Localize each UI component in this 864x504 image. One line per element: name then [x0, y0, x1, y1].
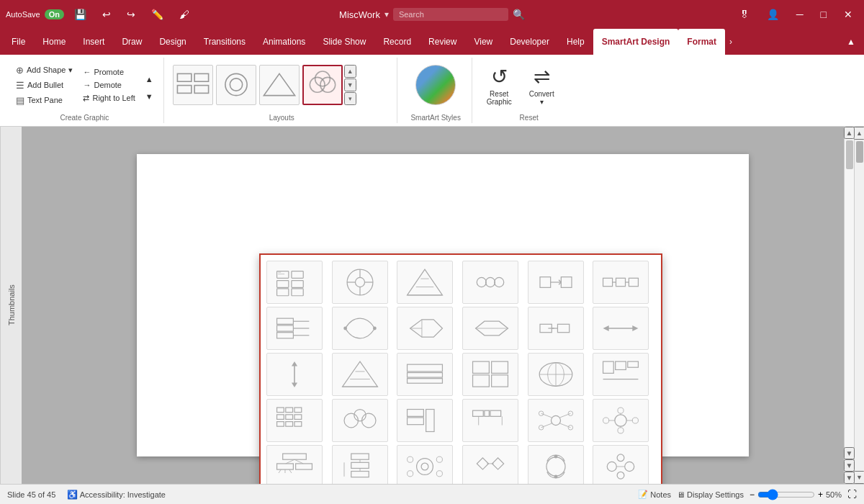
maximize-button[interactable]: □	[815, 6, 832, 23]
sa-item-12[interactable]	[593, 307, 649, 350]
search-input[interactable]	[393, 8, 508, 21]
sa-item-7[interactable]	[266, 307, 323, 350]
slide-scroll-down[interactable]: ▼	[844, 447, 855, 459]
menu-design[interactable]: Design	[150, 29, 194, 55]
sa-item-6[interactable]	[593, 261, 649, 304]
fit-slide-button[interactable]: ⛶	[847, 489, 857, 500]
undo-button[interactable]: ↩	[96, 6, 117, 23]
convert-dropdown-icon[interactable]: ▾	[540, 98, 544, 106]
display-settings-button[interactable]: 🖥 Display Settings	[677, 490, 744, 499]
sa-item-2[interactable]	[332, 261, 388, 304]
menu-record[interactable]: Record	[374, 29, 420, 55]
format-painter-button[interactable]: 🖌	[174, 6, 195, 23]
smartart-thumb-1[interactable]	[173, 65, 213, 105]
gallery-expand[interactable]: ▾	[344, 92, 356, 105]
sa-item-21[interactable]	[397, 399, 453, 442]
notes-button[interactable]: 📝 Notes	[638, 490, 671, 499]
menu-file[interactable]: File	[3, 29, 34, 55]
text-pane-button[interactable]: ▤ Text Pane	[12, 94, 77, 107]
slide-scroll-down2[interactable]: ▼	[844, 459, 855, 472]
svg-rect-97	[426, 410, 434, 432]
save-button[interactable]: 💾	[68, 6, 92, 23]
ribbon-toggle-button[interactable]: 🎖	[734, 6, 755, 23]
scroll-thumb[interactable]	[856, 141, 863, 163]
menu-developer[interactable]: Developer	[501, 29, 558, 55]
menu-smartart-design[interactable]: SmartArt Design	[593, 29, 679, 55]
zoom-out-button[interactable]: −	[750, 490, 755, 500]
sa-item-20[interactable]	[332, 399, 388, 442]
dropdown-arrow-icon[interactable]: ▾	[384, 9, 389, 19]
sa-item-26[interactable]	[332, 445, 388, 484]
sa-item-16[interactable]	[462, 353, 518, 396]
sa-item-28[interactable]	[462, 445, 518, 484]
sa-item-1[interactable]	[266, 261, 323, 304]
gallery-scroll-down[interactable]: ▼	[344, 78, 356, 91]
sa-item-22[interactable]	[462, 399, 518, 442]
sa-item-11[interactable]	[528, 307, 584, 350]
sa-item-25[interactable]	[266, 445, 323, 484]
profile-button[interactable]: 👤	[761, 6, 785, 23]
reset-graphic-button[interactable]: ↺ Reset Graphic	[481, 62, 518, 109]
add-shape-dropdown-icon[interactable]: ▾	[68, 66, 73, 75]
menu-view[interactable]: View	[465, 29, 501, 55]
redo-button[interactable]: ↪	[121, 6, 141, 23]
gallery-scroll-up[interactable]: ▲	[344, 65, 356, 78]
add-bullet-button[interactable]: ☰ Add Bullet	[12, 78, 77, 92]
sa-item-27[interactable]	[397, 445, 453, 484]
smartart-thumb-active[interactable]	[302, 65, 343, 105]
slide-scroll-thumb[interactable]	[846, 140, 853, 169]
sa-item-18[interactable]	[593, 353, 649, 396]
smartart-style-colorful[interactable]	[415, 65, 456, 105]
collapse-ribbon-button[interactable]: ▲	[841, 34, 861, 50]
sa-item-3[interactable]	[397, 261, 453, 304]
sa-item-9[interactable]	[397, 307, 453, 350]
reset-graphic-icon: ↺	[491, 65, 508, 89]
zoom-in-button[interactable]: +	[818, 490, 823, 500]
menu-home[interactable]: Home	[34, 29, 74, 55]
minimize-button[interactable]: ─	[791, 6, 809, 23]
svg-line-126	[279, 469, 281, 473]
menu-more-icon[interactable]: ›	[725, 29, 737, 55]
sa-item-15[interactable]	[397, 353, 453, 396]
thumbnails-panel[interactable]: Thumbnails	[0, 127, 22, 484]
convert-button[interactable]: ⇌ Convert ▾	[523, 62, 560, 109]
menu-help[interactable]: Help	[558, 29, 593, 55]
sa-item-23[interactable]	[528, 399, 584, 442]
sa-item-17[interactable]	[528, 353, 584, 396]
sa-item-10[interactable]	[462, 307, 518, 350]
move-up-button[interactable]: ▲	[141, 73, 158, 85]
svg-point-146	[554, 474, 557, 478]
menu-format[interactable]: Format	[678, 29, 725, 55]
zoom-slider[interactable]	[757, 489, 815, 500]
sa-item-30[interactable]	[593, 445, 649, 484]
demote-button[interactable]: → Demote	[78, 79, 139, 91]
add-shape-button[interactable]: ⊕ Add Shape ▾	[12, 63, 77, 77]
smartart-thumb-3[interactable]	[259, 65, 300, 105]
menu-insert[interactable]: Insert	[74, 29, 113, 55]
slide-scroll-down3[interactable]: ▼	[844, 472, 855, 484]
autosave-toggle[interactable]: On	[45, 9, 64, 19]
sa-item-29[interactable]	[528, 445, 584, 484]
svg-point-116	[618, 428, 624, 433]
sa-item-13[interactable]	[266, 353, 323, 396]
sa-item-4[interactable]	[462, 261, 518, 304]
sa-item-14[interactable]	[332, 353, 388, 396]
sa-item-19[interactable]	[266, 399, 323, 442]
custom-button[interactable]: ✏️	[145, 6, 169, 23]
sa-item-5[interactable]	[528, 261, 584, 304]
sa-item-8[interactable]	[332, 307, 388, 350]
move-down-button[interactable]: ▼	[141, 91, 158, 102]
menu-review[interactable]: Review	[420, 29, 465, 55]
menu-transitions[interactable]: Transitions	[195, 29, 254, 55]
smartart-thumb-2[interactable]	[216, 65, 256, 105]
slide-scroll-up[interactable]: ▲	[844, 127, 855, 139]
right-to-left-button[interactable]: ⇄ Right to Left	[78, 92, 139, 104]
svg-rect-125	[296, 464, 312, 469]
menu-animations[interactable]: Animations	[254, 29, 314, 55]
menu-slideshow[interactable]: Slide Show	[314, 29, 374, 55]
vertical-scrollbar[interactable]: ▲ ▼	[854, 127, 864, 484]
close-button[interactable]: ✕	[838, 6, 858, 23]
promote-button[interactable]: ← Promote	[78, 66, 139, 78]
sa-item-24[interactable]	[593, 399, 649, 442]
menu-draw[interactable]: Draw	[113, 29, 150, 55]
